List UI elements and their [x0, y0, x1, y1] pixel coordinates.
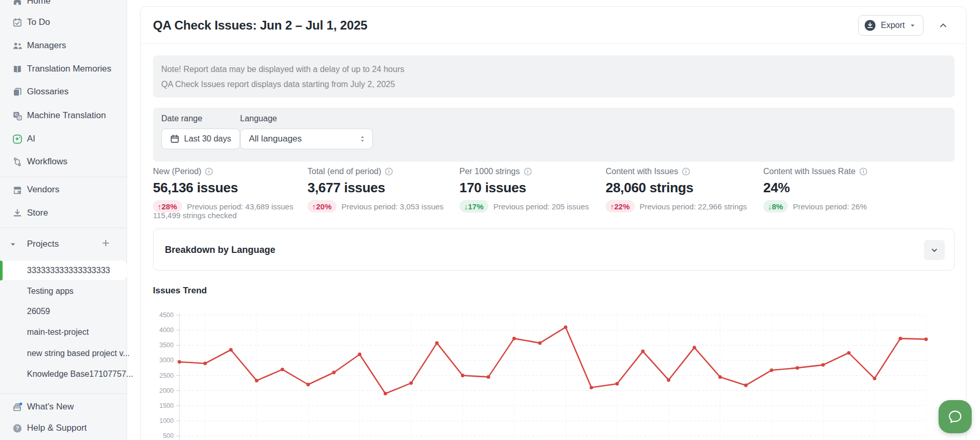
up-down-arrows-icon: [359, 135, 366, 143]
data-point[interactable]: [486, 375, 490, 379]
stat-label: Content with Issues Rate: [763, 166, 867, 177]
stat-label: Content with Issues: [606, 166, 747, 177]
sidebar-item-label: Glossaries: [27, 87, 68, 97]
data-point[interactable]: [332, 371, 336, 374]
sidebar-item-glossaries[interactable]: Glossaries: [0, 81, 127, 102]
report-note: Note! Report data may be displayed with …: [153, 55, 955, 97]
data-point[interactable]: [641, 350, 645, 353]
sidebar-item-label: 333333333333333333: [27, 266, 110, 275]
data-point[interactable]: [693, 346, 696, 349]
add-project-button[interactable]: [99, 236, 113, 250]
line-chart-svg: 45004000350030002500200015001000500: [153, 309, 955, 440]
sidebar-project-new-string-based-project-v[interactable]: new string based project v...: [0, 344, 127, 363]
collapse-panel-button[interactable]: [938, 19, 953, 32]
chevron-up-icon: [938, 21, 953, 30]
language-select[interactable]: All languages: [240, 129, 373, 149]
sidebar-item-label: Testing apps: [27, 287, 74, 296]
data-point[interactable]: [203, 362, 207, 365]
sidebar-item-to-do[interactable]: To Do: [0, 12, 127, 33]
chat-launcher-button[interactable]: [939, 400, 972, 433]
data-point[interactable]: [667, 378, 670, 382]
data-point[interactable]: [409, 381, 413, 385]
data-point[interactable]: [461, 374, 465, 377]
data-point[interactable]: [178, 360, 181, 364]
machine-translation-icon: G文: [12, 110, 22, 121]
date-range-filter: Date range Last 30 days: [161, 114, 240, 149]
sidebar-projects-header[interactable]: Projects: [0, 234, 127, 254]
sidebar-project-main-test-project[interactable]: main-test-project: [0, 322, 127, 342]
stat-label: Per 1000 strings: [459, 166, 589, 177]
stat-label-text: Per 1000 strings: [459, 167, 520, 176]
previous-period-text: Previous period: 205 issues: [494, 202, 589, 211]
sidebar-item-managers[interactable]: Managers: [0, 35, 127, 56]
info-icon[interactable]: [205, 167, 213, 176]
glossary-books-icon: [12, 87, 22, 97]
sidebar-project-testing-apps[interactable]: Testing apps: [0, 281, 127, 301]
info-icon[interactable]: [385, 167, 393, 176]
managers-people-icon: [12, 40, 22, 51]
date-range-button[interactable]: Last 30 days: [161, 129, 240, 149]
note-line-2: QA Check Issues report displays data sta…: [161, 78, 946, 91]
sidebar-divider: [0, 177, 127, 177]
export-button[interactable]: Export: [858, 15, 923, 36]
whats-new-gift-icon: [12, 402, 22, 412]
data-point[interactable]: [306, 383, 310, 387]
sidebar-item-ai[interactable]: AI: [0, 129, 127, 149]
sidebar-item-label: What's New: [27, 402, 74, 412]
data-point[interactable]: [229, 348, 233, 352]
data-point[interactable]: [512, 337, 516, 340]
export-button-label: Export: [881, 21, 905, 30]
sidebar-item-help-support[interactable]: ?Help & Support: [0, 418, 127, 438]
breakdown-expand-button[interactable]: [924, 240, 945, 260]
y-axis-tick-label: 4500: [159, 311, 174, 319]
data-point[interactable]: [590, 386, 593, 389]
previous-period-text: Previous period: 43,689 issues: [187, 202, 293, 211]
data-point[interactable]: [538, 341, 542, 345]
data-point[interactable]: [847, 351, 851, 354]
sidebar-item-label: Home: [27, 0, 50, 6]
data-point[interactable]: [925, 337, 928, 341]
data-point[interactable]: [873, 377, 876, 380]
data-point[interactable]: [281, 367, 284, 371]
data-point[interactable]: [358, 352, 361, 356]
data-point[interactable]: [795, 366, 799, 370]
sidebar-item-home[interactable]: Home: [0, 0, 127, 11]
sidebar-item-what-s-new[interactable]: What's New: [0, 396, 127, 417]
data-point[interactable]: [564, 325, 567, 329]
data-point[interactable]: [384, 392, 387, 395]
sidebar-item-machine-translation[interactable]: G文Machine Translation: [0, 105, 127, 126]
sidebar: HomeTo DoManagersTranslation MemoriesGlo…: [0, 0, 127, 440]
sidebar-project-333333333333333333[interactable]: 333333333333333333: [0, 261, 127, 280]
data-point[interactable]: [821, 363, 825, 367]
stat-label: New (Period): [153, 166, 293, 177]
sidebar-divider: [0, 393, 127, 394]
info-icon[interactable]: [524, 167, 532, 176]
info-icon[interactable]: [682, 167, 690, 176]
data-point[interactable]: [899, 337, 902, 340]
sidebar-project-26059[interactable]: 26059: [0, 302, 127, 321]
info-icon[interactable]: [859, 167, 867, 176]
issues-trend-chart: 45004000350030002500200015001000500: [153, 309, 955, 440]
sidebar-item-label: Knowledge Base17107757...: [27, 370, 133, 379]
sidebar-item-store[interactable]: Store: [0, 203, 127, 223]
sidebar-item-vendors[interactable]: Vendors: [0, 179, 127, 200]
report-card: QA Check Issues: Jun 2 – Jul 1, 2025 Exp…: [140, 6, 967, 440]
calendar-icon: [170, 134, 179, 144]
sidebar-project-knowledge-base17107757[interactable]: Knowledge Base17107757...: [0, 364, 127, 384]
sidebar-item-translation-memories[interactable]: Translation Memories: [0, 59, 127, 79]
data-point[interactable]: [770, 368, 774, 372]
stat-card-total-end-of-period: Total (end of period)3,677 issues↑20%Pre…: [307, 166, 443, 212]
stat-card-new-period: New (Period)56,136 issues↑28%Previous pe…: [153, 166, 293, 212]
date-range-value: Last 30 days: [184, 134, 231, 144]
data-point[interactable]: [255, 379, 259, 382]
data-point[interactable]: [718, 375, 722, 379]
chat-bubble-icon: [946, 408, 964, 425]
y-axis-tick-label: 3000: [159, 357, 174, 364]
data-point[interactable]: [744, 384, 748, 387]
stat-delta-row: ↓8%Previous period: 26%: [763, 200, 867, 212]
sidebar-item-workflows[interactable]: Workflows: [0, 151, 127, 172]
data-point[interactable]: [615, 382, 619, 386]
stat-value: 24%: [763, 180, 867, 196]
data-point[interactable]: [435, 341, 439, 345]
sidebar-item-label: Workflows: [27, 157, 67, 167]
